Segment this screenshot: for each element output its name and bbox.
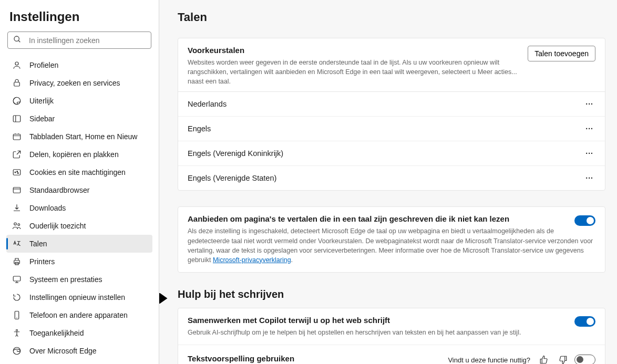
nav-label: Talen bbox=[29, 240, 47, 248]
translate-toggle[interactable] bbox=[574, 215, 595, 226]
feedback-text: Vindt u deze functie nuttig? bbox=[448, 356, 530, 364]
search-icon bbox=[13, 35, 22, 45]
cookies-icon bbox=[12, 167, 22, 178]
more-actions-button[interactable]: ··· bbox=[583, 172, 595, 184]
edge-icon bbox=[12, 346, 22, 356]
nav-label: Delen, kopiëren en plakken bbox=[29, 150, 119, 159]
svg-point-2 bbox=[15, 62, 18, 65]
system-icon bbox=[12, 274, 22, 285]
page-title: Talen bbox=[178, 11, 605, 24]
language-row: Engels ··· bbox=[178, 117, 605, 141]
nav-item-about[interactable]: Over Microsoft Edge bbox=[6, 342, 152, 360]
languages-icon bbox=[12, 238, 22, 249]
nav-label: Standaardbrowser bbox=[29, 186, 89, 194]
svg-rect-16 bbox=[14, 261, 20, 264]
svg-rect-7 bbox=[13, 134, 20, 140]
nav-list: Profielen Privacy, zoeken en services Ui… bbox=[0, 55, 159, 364]
nav-label: Profielen bbox=[29, 61, 58, 69]
share-icon bbox=[12, 149, 22, 160]
svg-point-0 bbox=[14, 36, 19, 41]
nav-item-phone[interactable]: Telefoon en andere apparaten bbox=[6, 306, 152, 324]
svg-point-14 bbox=[14, 223, 17, 225]
lock-icon bbox=[12, 78, 22, 88]
tabs-icon bbox=[12, 131, 22, 142]
main-content: Talen Voorkeurstalen Websites worden wee… bbox=[159, 0, 617, 364]
nav-item-default-browser[interactable]: Standaardbrowser bbox=[6, 181, 152, 199]
settings-title: Instellingen bbox=[0, 9, 159, 32]
copilot-setting-description: Gebruik AI-schrijfhulp om je te helpen b… bbox=[188, 328, 595, 337]
nav-item-system[interactable]: Systeem en prestaties bbox=[6, 271, 152, 288]
printer-icon bbox=[12, 256, 22, 267]
nav-item-share[interactable]: Delen, kopiëren en plakken bbox=[6, 145, 152, 163]
nav-label: Tabbladen Start, Home en Nieuw bbox=[29, 132, 137, 141]
svg-point-11 bbox=[17, 173, 18, 174]
language-row: Engels (Verenigde Staten) ··· bbox=[178, 166, 605, 190]
svg-rect-3 bbox=[14, 82, 20, 87]
translate-setting-title: Aanbieden om pagina's te vertalen die in… bbox=[188, 214, 568, 223]
accessibility-icon bbox=[12, 328, 22, 338]
nav-item-printers[interactable]: Printers bbox=[6, 253, 152, 271]
language-name: Nederlands bbox=[188, 100, 227, 108]
add-language-button[interactable]: Talen toevoegen bbox=[528, 46, 595, 61]
phone-icon bbox=[12, 310, 22, 320]
language-name: Engels (Verenigd Koninkrijk) bbox=[188, 149, 283, 158]
privacy-link[interactable]: Microsoft-privacyverklaring bbox=[213, 256, 291, 264]
prediction-setting-title: Tekstvoorspelling gebruiken bbox=[188, 354, 441, 363]
nav-item-accessibility[interactable]: Toegankelijkheid bbox=[6, 324, 152, 342]
more-actions-button[interactable]: ··· bbox=[583, 122, 595, 135]
settings-sidebar: Instellingen Profielen Privacy, zoeken e… bbox=[0, 0, 159, 364]
svg-line-1 bbox=[18, 40, 20, 42]
language-name: Engels bbox=[188, 124, 211, 133]
nav-label: Ouderlijk toezicht bbox=[29, 222, 86, 230]
nav-label: Printers bbox=[29, 257, 55, 266]
nav-item-sidebar[interactable]: Sidebar bbox=[6, 110, 152, 128]
nav-item-family[interactable]: Ouderlijk toezicht bbox=[6, 217, 152, 235]
more-actions-button[interactable]: ··· bbox=[583, 147, 595, 160]
nav-label: Systeem en prestaties bbox=[29, 275, 102, 284]
browser-icon bbox=[12, 185, 22, 195]
nav-item-downloads[interactable]: Downloads bbox=[6, 199, 152, 217]
nav-label: Uiterlijk bbox=[29, 97, 54, 105]
search-container bbox=[0, 32, 159, 55]
feedback-row: Vindt u deze functie nuttig? bbox=[448, 352, 595, 364]
svg-point-9 bbox=[15, 172, 16, 173]
preferred-languages-description: Websites worden weer gegeven in de eerst… bbox=[188, 58, 522, 86]
profile-icon bbox=[12, 60, 22, 70]
preferred-languages-title: Voorkeurstalen bbox=[188, 46, 522, 55]
nav-label: Cookies en site machtigingen bbox=[29, 168, 126, 176]
svg-point-15 bbox=[18, 224, 20, 226]
translate-card: Aanbieden om pagina's te vertalen die in… bbox=[178, 206, 605, 273]
nav-item-tabs[interactable]: Tabbladen Start, Home en Nieuw bbox=[6, 128, 152, 145]
copilot-setting-title: Samenwerken met Copilot terwijl u op het… bbox=[188, 316, 568, 325]
language-row: Nederlands ··· bbox=[178, 92, 605, 117]
svg-point-23 bbox=[16, 329, 18, 331]
thumbs-down-button[interactable] bbox=[556, 352, 570, 364]
nav-label: Privacy, zoeken en services bbox=[29, 79, 120, 87]
nav-label: Over Microsoft Edge bbox=[29, 347, 97, 355]
svg-rect-8 bbox=[13, 170, 20, 175]
svg-rect-5 bbox=[13, 116, 20, 122]
search-input[interactable] bbox=[29, 36, 146, 45]
more-actions-button[interactable]: ··· bbox=[583, 98, 595, 110]
preferred-languages-card: Voorkeurstalen Websites worden weer gege… bbox=[178, 38, 605, 191]
language-row: Engels (Verenigd Koninkrijk) ··· bbox=[178, 141, 605, 166]
nav-item-languages[interactable]: Talen bbox=[6, 235, 152, 253]
thumbs-up-button[interactable] bbox=[537, 352, 551, 364]
nav-label: Downloads bbox=[29, 204, 66, 212]
download-icon bbox=[12, 203, 22, 213]
prediction-toggle[interactable] bbox=[574, 355, 595, 364]
arrow-annotation-icon bbox=[159, 293, 171, 304]
nav-item-appearance[interactable]: Uiterlijk bbox=[6, 92, 152, 110]
translate-setting-description: Als deze instelling is ingeschakeld, det… bbox=[188, 226, 595, 265]
nav-item-privacy[interactable]: Privacy, zoeken en services bbox=[6, 74, 152, 92]
copilot-toggle[interactable] bbox=[574, 316, 595, 327]
nav-label: Telefoon en andere apparaten bbox=[29, 311, 128, 319]
search-box[interactable] bbox=[7, 32, 151, 49]
language-name: Engels (Verenigde Staten) bbox=[188, 174, 276, 182]
writing-card: Samenwerken met Copilot terwijl u op het… bbox=[178, 308, 605, 364]
nav-item-cookies[interactable]: Cookies en site machtigingen bbox=[6, 163, 152, 181]
nav-item-reset[interactable]: Instellingen opnieuw instellen bbox=[6, 288, 152, 306]
nav-item-profiles[interactable]: Profielen bbox=[6, 56, 152, 74]
nav-label: Instellingen opnieuw instellen bbox=[29, 293, 125, 301]
appearance-icon bbox=[12, 96, 22, 106]
